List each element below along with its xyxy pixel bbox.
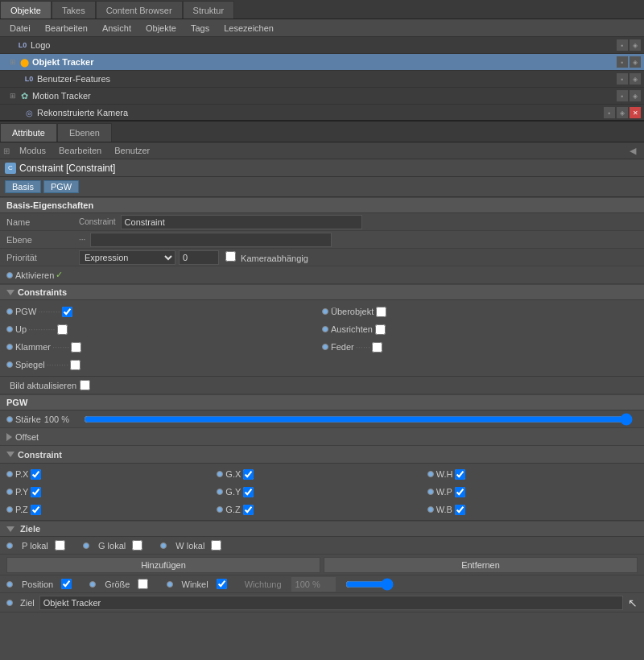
ueberobjekt-checkbox[interactable]	[376, 307, 386, 317]
px-checkbox[interactable]	[31, 469, 41, 480]
klammer-dot	[6, 344, 13, 350]
icon-rk2: ◈	[617, 107, 628, 118]
spiegel-checkbox[interactable]	[70, 360, 80, 370]
xyz-wh: W.H	[427, 466, 638, 482]
staerke-row: Stärke 100 %	[0, 410, 644, 428]
xyz-gz: G.Z	[217, 501, 427, 518]
bild-row: Bild aktualisieren	[0, 377, 644, 394]
menu-lesezeichen[interactable]: Lesezeichen	[217, 22, 280, 35]
attr-menu-modus[interactable]: Modus	[13, 144, 52, 157]
gx-checkbox[interactable]	[243, 469, 254, 480]
tree-row-logo[interactable]: L0 Logo ▪ ◈	[0, 37, 644, 54]
kameraabhaengig-checkbox[interactable]	[225, 251, 236, 262]
prioritaet-select[interactable]: Expression Generator Deformer	[79, 250, 175, 265]
py-checkbox[interactable]	[31, 487, 41, 497]
pgw-button[interactable]: PGW	[43, 180, 79, 193]
xyz-gx: G.X	[217, 466, 427, 482]
tree-row-objekt-tracker[interactable]: ⊞ ⬤ Objekt Tracker ▪ ◈	[0, 54, 644, 71]
menu-tags[interactable]: Tags	[184, 22, 216, 35]
tab-attribute[interactable]: Attribute	[0, 123, 57, 142]
ebene-input[interactable]	[90, 233, 332, 247]
constraint-klammer: Klammer·······	[6, 339, 322, 355]
constraint-spiegel: Spiegel·········	[6, 357, 322, 373]
xyz-gy: G.Y	[217, 484, 427, 500]
tree-row-rek-kamera[interactable]: ◎ Rekonstruierte Kamera ▪ ◈ ✕	[0, 105, 644, 122]
attr-tab-bar: Attribute Ebenen	[0, 122, 644, 142]
ziel-label: Ziel	[20, 598, 35, 608]
tab-content-browser[interactable]: Content Browser	[96, 1, 183, 19]
wichtung-input[interactable]	[291, 577, 336, 592]
position-checkbox[interactable]	[61, 579, 72, 589]
staerke-slider[interactable]	[84, 415, 633, 423]
xyz-py: P.Y	[6, 484, 217, 500]
tree-row-benutzer-features[interactable]: L0 Benutzer-Features ▪ ◈	[0, 71, 644, 88]
hinzufuegen-button[interactable]: Hinzufügen	[6, 557, 320, 573]
tab-struktur[interactable]: Struktur	[183, 1, 235, 19]
name-input[interactable]	[121, 215, 362, 229]
offset-label: Offset	[15, 432, 39, 442]
wichtung-slider[interactable]	[345, 578, 394, 591]
position-row: Position Größe Winkel Wichtung	[0, 575, 644, 593]
constraint-pgw: PGW·········	[6, 303, 322, 320]
menu-bearbeiten[interactable]: Bearbeiten	[39, 22, 94, 35]
attr-menu-benutzer[interactable]: Benutzer	[108, 144, 156, 157]
position-label: Position	[22, 580, 53, 589]
gz-checkbox[interactable]	[243, 505, 254, 515]
pgw-checkbox[interactable]	[62, 307, 72, 317]
wh-checkbox[interactable]	[455, 469, 465, 480]
tab-ebenen[interactable]: Ebenen	[57, 123, 112, 142]
constraint-feder: Feder······	[322, 339, 638, 355]
icon-mt2: ◈	[630, 90, 641, 101]
feder-checkbox[interactable]	[372, 342, 382, 353]
prioritaet-num[interactable]	[179, 250, 219, 265]
p-lokal-dot	[6, 542, 13, 549]
tree-row-motion-tracker[interactable]: ⊞ ✿ Motion Tracker ▪ ◈	[0, 88, 644, 105]
constraint-ueberobjekt: Überobjekt	[322, 303, 638, 320]
w-lokal-checkbox[interactable]	[211, 540, 221, 551]
wp-checkbox[interactable]	[455, 487, 465, 497]
attr-menu-bearbeiten[interactable]: Bearbeiten	[52, 144, 108, 157]
basis-button[interactable]: Basis	[5, 180, 41, 193]
icon-ot1: ▪	[617, 56, 628, 68]
offset-row[interactable]: Offset	[0, 428, 644, 446]
up-dot	[6, 326, 13, 332]
ausrichten-checkbox[interactable]	[375, 324, 386, 335]
up-checkbox[interactable]	[57, 324, 68, 335]
bild-label: Bild aktualisieren	[10, 381, 76, 390]
gy-dot	[217, 489, 223, 495]
menu-ansicht[interactable]: Ansicht	[96, 22, 138, 35]
tree-right-icons-ot: ▪ ◈	[617, 56, 641, 68]
prioritaet-label: Priorität	[6, 253, 79, 262]
constraint-title: Constraint [Constraint]	[19, 163, 115, 174]
px-dot	[6, 471, 13, 477]
icon-rk3: ✕	[630, 107, 641, 118]
icon-bf1: ▪	[617, 73, 628, 85]
constraints-chevron	[6, 290, 14, 295]
wb-checkbox[interactable]	[455, 505, 465, 515]
p-lokal-checkbox[interactable]	[55, 540, 65, 551]
tab-takes[interactable]: Takes	[52, 1, 96, 19]
gy-checkbox[interactable]	[243, 487, 254, 497]
winkel-checkbox[interactable]	[217, 579, 227, 589]
klammer-checkbox[interactable]	[71, 342, 81, 353]
g-lokal-checkbox[interactable]	[132, 540, 142, 551]
ebene-dots: ···	[79, 235, 85, 244]
attr-menu-arrow: ◀	[630, 146, 641, 156]
pz-checkbox[interactable]	[31, 505, 41, 515]
basis-pgw-buttons: Basis PGW	[0, 177, 644, 197]
groesse-checkbox[interactable]	[138, 579, 148, 589]
w-lokal-dot	[160, 542, 167, 549]
bild-checkbox[interactable]	[80, 380, 90, 390]
ziel-input[interactable]	[39, 596, 623, 610]
constraint-up: Up···········	[6, 321, 322, 337]
offset-chevron	[6, 433, 12, 441]
prop-row-ebene: Ebene ···	[0, 231, 644, 249]
objekt-tracker-icon: ⬤	[18, 56, 31, 68]
menu-datei[interactable]: Datei	[3, 22, 37, 35]
constraint-sub-header: Constraint	[0, 446, 644, 464]
position-dot	[6, 581, 13, 588]
entfernen-button[interactable]: Entfernen	[324, 557, 638, 573]
menu-objekte[interactable]: Objekte	[139, 22, 183, 35]
menu-bar: Datei Bearbeiten Ansicht Objekte Tags Le…	[0, 19, 644, 37]
tab-objekte[interactable]: Objekte	[0, 1, 52, 19]
